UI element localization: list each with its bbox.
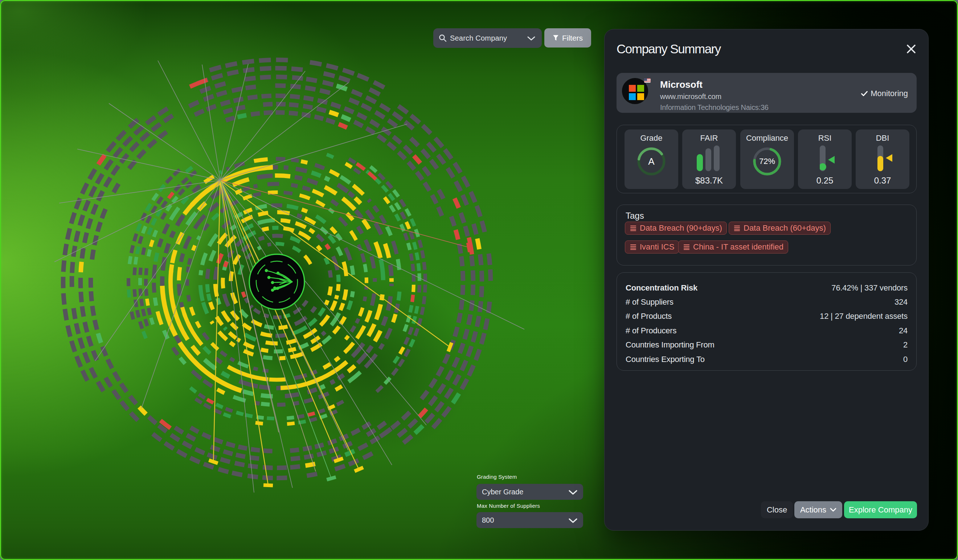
svg-text:72%: 72% xyxy=(759,157,775,166)
svg-text:A: A xyxy=(648,156,655,167)
